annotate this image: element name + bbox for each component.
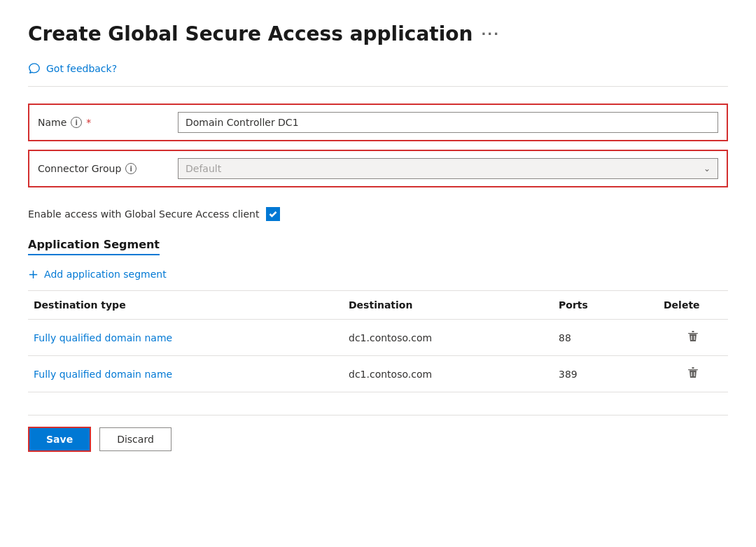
name-required: * [86,117,91,128]
delete-icon[interactable] [686,329,700,343]
col-header-destination: Destination [343,291,553,320]
ports-cell: 88 [553,320,658,356]
application-segment-section: Application Segment [28,238,728,255]
save-button[interactable]: Save [28,427,91,452]
name-input[interactable] [178,112,718,133]
delete-cell [658,320,728,356]
destination-cell: dc1.contoso.com [343,320,553,356]
delete-icon[interactable] [686,366,700,380]
feedback-link[interactable]: Got feedback? [28,57,728,87]
checkbox-label: Enable access with Global Secure Access … [28,208,259,220]
add-application-segment-button[interactable]: + Add application segment [28,258,728,291]
application-segments-table: Destination type Destination Ports Delet… [28,291,728,392]
svg-rect-5 [692,367,694,369]
destination-type-cell[interactable]: Fully qualified domain name [28,320,343,356]
col-header-destination-type: Destination type [28,291,343,320]
enable-access-checkbox[interactable] [266,207,280,221]
ports-cell: 389 [553,356,658,392]
table-body: Fully qualified domain namedc1.contoso.c… [28,320,728,392]
checkbox-row: Enable access with Global Secure Access … [28,207,728,221]
svg-rect-1 [692,331,694,332]
feedback-icon [28,62,41,75]
svg-rect-0 [688,333,698,334]
title-text: Create Global Secure Access application [28,22,472,45]
section-title: Application Segment [28,238,160,255]
plus-icon: + [28,268,38,280]
col-header-delete: Delete [658,291,728,320]
table-row: Fully qualified domain namedc1.contoso.c… [28,356,728,392]
connector-group-label: Connector Group i [38,163,178,174]
more-options-icon[interactable]: ··· [481,27,500,41]
svg-rect-4 [688,369,698,370]
add-segment-label: Add application segment [44,269,167,280]
name-label: Name i * [38,117,178,128]
form-section: Name i * Connector Group i Default ⌄ [28,104,728,196]
table-header-row: Destination type Destination Ports Delet… [28,291,728,320]
connector-group-field-row: Connector Group i Default ⌄ [28,150,728,187]
name-field-row: Name i * [28,104,728,141]
footer-row: Save Discard [28,415,728,452]
connector-group-select[interactable]: Default ⌄ [178,158,718,179]
page-title: Create Global Secure Access application … [28,22,728,45]
chevron-down-icon: ⌄ [704,164,710,173]
connector-group-info-icon[interactable]: i [125,163,136,174]
destination-type-cell[interactable]: Fully qualified domain name [28,356,343,392]
discard-button[interactable]: Discard [99,427,172,451]
name-info-icon[interactable]: i [71,117,82,128]
checkmark-icon [269,210,277,218]
connector-group-placeholder: Default [186,163,221,174]
feedback-label: Got feedback? [46,63,117,74]
col-header-ports: Ports [553,291,658,320]
table-row: Fully qualified domain namedc1.contoso.c… [28,320,728,356]
delete-cell [658,356,728,392]
destination-cell: dc1.contoso.com [343,356,553,392]
